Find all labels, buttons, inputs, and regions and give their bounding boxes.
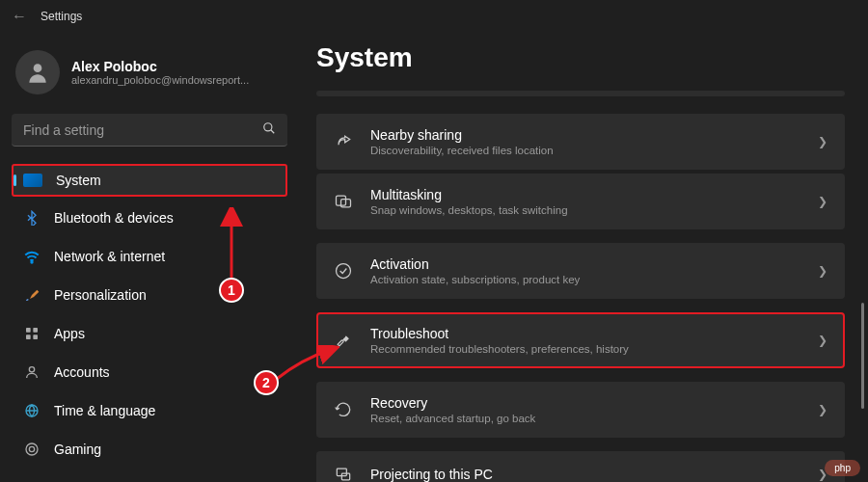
sidebar-item-label: Gaming bbox=[54, 442, 101, 457]
svg-rect-4 bbox=[26, 328, 31, 333]
sidebar-item-network[interactable]: Network & internet bbox=[12, 239, 287, 274]
annotation-badge-2: 2 bbox=[254, 370, 279, 395]
svg-point-0 bbox=[34, 64, 42, 72]
setting-title: Recovery bbox=[370, 395, 800, 411]
setting-nearby-sharing[interactable]: Nearby sharing Discoverability, received… bbox=[316, 114, 845, 170]
sidebar-item-label: Accounts bbox=[54, 364, 110, 380]
scrollbar[interactable] bbox=[861, 303, 864, 409]
svg-point-10 bbox=[26, 443, 38, 455]
setting-multitasking[interactable]: Multitasking Snap windows, desktops, tas… bbox=[316, 174, 845, 229]
setting-title: Troubleshoot bbox=[370, 326, 800, 341]
recovery-icon bbox=[334, 400, 353, 419]
setting-sub: Recommended troubleshooters, preferences… bbox=[370, 343, 800, 355]
profile-section[interactable]: Alex Poloboc alexandru_poloboc@windowsre… bbox=[12, 42, 287, 110]
annotation-badge-1: 1 bbox=[219, 278, 244, 303]
chevron-right-icon: ❯ bbox=[818, 403, 827, 416]
multitask-icon bbox=[334, 192, 353, 211]
svg-rect-16 bbox=[341, 473, 349, 480]
sidebar-item-gaming[interactable]: Gaming bbox=[12, 432, 287, 467]
setting-sub: Reset, advanced startup, go back bbox=[370, 413, 800, 424]
globe-icon bbox=[23, 402, 41, 419]
divider bbox=[316, 91, 845, 96]
sidebar-item-label: Apps bbox=[54, 326, 85, 341]
chevron-right-icon: ❯ bbox=[818, 135, 827, 148]
setting-sub: Snap windows, desktops, task switching bbox=[370, 204, 800, 216]
apps-icon bbox=[23, 325, 41, 342]
chevron-right-icon: ❯ bbox=[818, 195, 827, 208]
sidebar-item-label: Bluetooth & devices bbox=[54, 210, 174, 226]
svg-rect-7 bbox=[33, 335, 38, 339]
page-title: System bbox=[316, 42, 845, 73]
setting-sub: Discoverability, received files location bbox=[370, 145, 800, 156]
svg-point-8 bbox=[29, 367, 34, 372]
svg-point-11 bbox=[29, 446, 34, 451]
accounts-icon bbox=[23, 363, 41, 381]
svg-rect-6 bbox=[26, 335, 31, 339]
sidebar-item-label: Personalization bbox=[54, 287, 147, 303]
sidebar-item-system[interactable]: System bbox=[12, 164, 287, 197]
setting-sub: Activation state, subscriptions, product… bbox=[370, 274, 800, 285]
brush-icon bbox=[23, 286, 41, 304]
titlebar: ← Settings bbox=[0, 0, 868, 33]
gaming-icon bbox=[23, 441, 41, 458]
svg-point-14 bbox=[337, 264, 351, 279]
chevron-right-icon: ❯ bbox=[818, 334, 827, 347]
setting-title: Nearby sharing bbox=[370, 127, 800, 143]
project-icon bbox=[334, 465, 353, 482]
setting-title: Projecting to this PC bbox=[370, 467, 800, 482]
search-input[interactable]: Find a setting bbox=[12, 114, 287, 147]
sidebar-item-accounts[interactable]: Accounts bbox=[12, 355, 287, 389]
setting-title: Activation bbox=[370, 256, 800, 272]
sidebar-item-time[interactable]: Time & language bbox=[12, 393, 287, 428]
sidebar: Alex Poloboc alexandru_poloboc@windowsre… bbox=[0, 33, 299, 482]
svg-rect-5 bbox=[33, 328, 38, 333]
person-icon bbox=[25, 60, 50, 85]
back-icon[interactable]: ← bbox=[12, 8, 27, 25]
share-icon bbox=[334, 132, 353, 151]
sidebar-item-apps[interactable]: Apps bbox=[12, 316, 287, 351]
sidebar-item-personalization[interactable]: Personalization bbox=[12, 278, 287, 312]
sidebar-item-label: Network & internet bbox=[54, 249, 165, 264]
avatar bbox=[15, 50, 60, 94]
main-content: System Nearby sharing Discoverability, r… bbox=[299, 33, 868, 482]
search-placeholder: Find a setting bbox=[23, 122, 104, 138]
sidebar-item-label: System bbox=[56, 173, 101, 188]
setting-projecting[interactable]: Projecting to this PC ❯ bbox=[316, 451, 845, 482]
wifi-icon bbox=[23, 248, 41, 265]
bluetooth-icon bbox=[23, 209, 41, 227]
profile-email: alexandru_poloboc@windowsreport... bbox=[71, 74, 249, 86]
wrench-icon bbox=[334, 331, 353, 350]
display-icon bbox=[23, 174, 42, 187]
chevron-right-icon: ❯ bbox=[818, 264, 827, 278]
svg-point-1 bbox=[264, 123, 272, 131]
check-circle-icon bbox=[334, 261, 353, 281]
sidebar-item-label: Time & language bbox=[54, 403, 155, 418]
svg-line-2 bbox=[271, 130, 275, 134]
watermark: php bbox=[825, 460, 860, 476]
search-icon bbox=[262, 121, 276, 138]
sidebar-item-bluetooth[interactable]: Bluetooth & devices bbox=[12, 201, 287, 235]
titlebar-label: Settings bbox=[41, 10, 82, 23]
svg-point-3 bbox=[31, 261, 33, 263]
profile-name: Alex Poloboc bbox=[71, 59, 249, 74]
setting-activation[interactable]: Activation Activation state, subscriptio… bbox=[316, 243, 845, 299]
setting-title: Multitasking bbox=[370, 187, 800, 202]
setting-troubleshoot[interactable]: Troubleshoot Recommended troubleshooters… bbox=[316, 312, 845, 368]
setting-recovery[interactable]: Recovery Reset, advanced startup, go bac… bbox=[316, 382, 845, 438]
